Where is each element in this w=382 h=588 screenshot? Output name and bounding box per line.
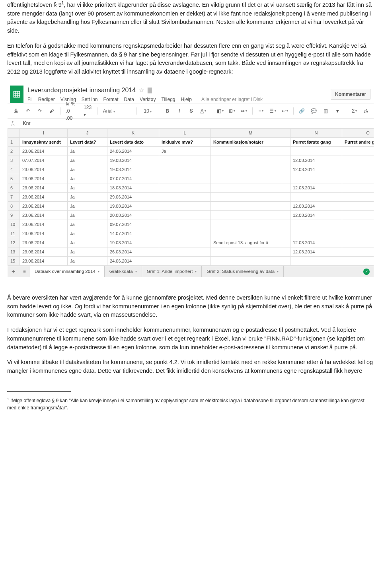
- cell[interactable]: Ja: [68, 201, 107, 210]
- cell[interactable]: [290, 174, 342, 183]
- merge-icon[interactable]: ⇔▾: [239, 106, 249, 116]
- cell[interactable]: Ja: [159, 146, 211, 156]
- table-row[interactable]: 723.06.2014Ja29.06.2014: [8, 192, 374, 201]
- table-row[interactable]: 1023.06.2014Ja09.07.2014: [8, 220, 374, 229]
- cell[interactable]: 12.08.2014: [290, 238, 342, 247]
- table-row[interactable]: 1323.06.2014Ja26.08.201412.08.2014: [8, 247, 374, 256]
- comments-button[interactable]: Kommentarer: [331, 89, 370, 100]
- link-icon[interactable]: 🔗: [296, 106, 307, 116]
- cell[interactable]: 23.06.2014: [20, 220, 68, 229]
- fill-color-icon[interactable]: ◧▾: [215, 106, 225, 116]
- zoom-select[interactable]: 123 ▾: [81, 103, 94, 119]
- header-levertdata[interactable]: Levert data?: [68, 137, 107, 146]
- col-K[interactable]: K: [107, 128, 159, 137]
- cell[interactable]: [342, 165, 374, 174]
- menu-settinn[interactable]: Sett inn: [82, 96, 98, 103]
- row-num[interactable]: 6: [8, 183, 20, 192]
- cell[interactable]: 19.08.2014: [107, 165, 159, 174]
- number-format[interactable]: kr % .0 .00: [64, 99, 80, 123]
- header-komm[interactable]: Kommunikasjon/notater: [211, 137, 290, 146]
- cell[interactable]: [211, 247, 290, 256]
- cell[interactable]: 09.07.2014: [107, 220, 159, 229]
- cell[interactable]: 12.08.2014: [290, 156, 342, 165]
- header-levertdato[interactable]: Levert data dato: [107, 137, 159, 146]
- cell[interactable]: [211, 220, 290, 229]
- sheet-tab-0[interactable]: Dataark over innsamling 2014▾: [30, 266, 105, 277]
- cell[interactable]: Ja: [68, 256, 107, 265]
- header-innsynskrav[interactable]: Innsynskrav sendt: [20, 137, 68, 146]
- cell[interactable]: Ja: [68, 192, 107, 201]
- cell[interactable]: 24.06.2014: [107, 146, 159, 156]
- table-row[interactable]: 923.06.2014Ja20.08.201412.08.2014: [8, 210, 374, 220]
- spreadsheet-grid[interactable]: I J K L M N O 1 Innsynskrav sendt Levert…: [8, 128, 374, 266]
- row-num[interactable]: 10: [8, 220, 20, 229]
- strike-icon[interactable]: S: [186, 106, 197, 116]
- row-num[interactable]: 13: [8, 247, 20, 256]
- row-num[interactable]: 2: [8, 146, 20, 156]
- cell[interactable]: [211, 174, 290, 183]
- cell[interactable]: [342, 247, 374, 256]
- table-row[interactable]: 1223.06.2014Ja19.08.2014Sendt epost 13. …: [8, 238, 374, 247]
- cell[interactable]: [290, 146, 342, 156]
- cell[interactable]: [159, 165, 211, 174]
- row-num[interactable]: 4: [8, 165, 20, 174]
- cell[interactable]: 19.08.2014: [107, 238, 159, 247]
- cell[interactable]: [211, 229, 290, 238]
- script-lang[interactable]: ελ: [361, 107, 370, 115]
- cell[interactable]: [342, 210, 374, 220]
- header-purret1[interactable]: Purret første gang: [290, 137, 342, 146]
- cell[interactable]: Ja: [68, 146, 107, 156]
- cell[interactable]: 24.06.2014: [107, 256, 159, 265]
- menu-verktoy[interactable]: Verktøy: [140, 96, 156, 103]
- cell[interactable]: [342, 156, 374, 165]
- cell[interactable]: 12.08.2014: [290, 165, 342, 174]
- cell[interactable]: [211, 165, 290, 174]
- cell[interactable]: [290, 192, 342, 201]
- cell[interactable]: Ja: [68, 220, 107, 229]
- cell[interactable]: Ja: [68, 156, 107, 165]
- row-num[interactable]: 3: [8, 156, 20, 165]
- doc-title[interactable]: Leverandørprosjektet innsamling 2014: [27, 86, 136, 95]
- sheet-tab-3[interactable]: Graf 2: Status innlevering av data▾: [202, 266, 284, 277]
- cell[interactable]: [342, 146, 374, 156]
- cell[interactable]: [342, 174, 374, 183]
- table-row[interactable]: 307.07.2014Ja19.08.201412.08.2014: [8, 156, 374, 165]
- cell[interactable]: [159, 183, 211, 192]
- print-icon[interactable]: 🖶: [11, 106, 21, 116]
- table-row[interactable]: 1523.06.2014Ja24.06.2014: [8, 256, 374, 265]
- cell[interactable]: [342, 201, 374, 210]
- table-row[interactable]: 523.06.2014Ja07.07.2014: [8, 174, 374, 183]
- functions-icon[interactable]: Σ▾: [349, 106, 360, 116]
- cell[interactable]: [342, 238, 374, 247]
- table-row[interactable]: 623.06.2014Ja18.08.201412.08.2014: [8, 183, 374, 192]
- cell[interactable]: [159, 220, 211, 229]
- cell[interactable]: 07.07.2014: [107, 174, 159, 183]
- row-num[interactable]: 8: [8, 201, 20, 210]
- table-row[interactable]: 423.06.2014Ja19.08.201412.08.2014: [8, 165, 374, 174]
- cell[interactable]: [290, 229, 342, 238]
- row-col-corner[interactable]: [8, 128, 20, 137]
- col-N[interactable]: N: [290, 128, 342, 137]
- explore-icon[interactable]: ✓: [363, 269, 370, 275]
- row-num[interactable]: 5: [8, 174, 20, 183]
- row-num[interactable]: 9: [8, 210, 20, 220]
- cell[interactable]: Sendt epost 13. august for å t: [211, 238, 290, 247]
- cell[interactable]: 23.06.2014: [20, 165, 68, 174]
- cell[interactable]: [290, 220, 342, 229]
- text-color-icon[interactable]: A▾: [198, 106, 209, 116]
- cell[interactable]: [211, 156, 290, 165]
- menu-hjelp[interactable]: Hjelp: [181, 96, 192, 103]
- redo-icon[interactable]: ↷: [35, 106, 45, 116]
- cell[interactable]: 23.06.2014: [20, 238, 68, 247]
- cell[interactable]: 07.07.2014: [20, 156, 68, 165]
- row-num[interactable]: 7: [8, 192, 20, 201]
- table-row[interactable]: 223.06.2014Ja24.06.2014Ja: [8, 146, 374, 156]
- sheet-tab-1[interactable]: Grafikkdata▾: [105, 266, 142, 277]
- cell[interactable]: Ja: [68, 183, 107, 192]
- cell[interactable]: [342, 229, 374, 238]
- table-row[interactable]: 1123.06.2014Ja14.07.2014: [8, 229, 374, 238]
- col-L[interactable]: L: [159, 128, 211, 137]
- cell[interactable]: [211, 210, 290, 220]
- cell[interactable]: 19.08.2014: [107, 201, 159, 210]
- cell[interactable]: 23.06.2014: [20, 256, 68, 265]
